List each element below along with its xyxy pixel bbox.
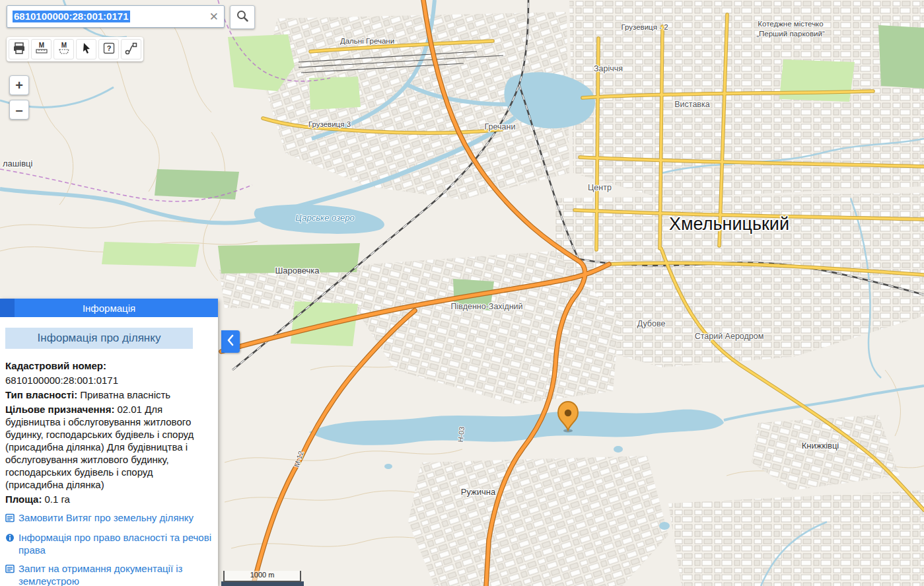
documentation-request-link-label: Запит на отримання документації із земле… [18, 562, 211, 586]
ownership-label: Тип власності: [5, 389, 77, 400]
cadastral-number-label: Кадастровий номер: [5, 359, 211, 372]
map-label-sharovechka: Шаровечка [275, 266, 320, 275]
document-list-icon [5, 564, 15, 586]
printer-icon [12, 41, 26, 57]
area-label: Площа: [5, 494, 42, 505]
map-label-hruzevytsia-2: Грузевиця - 2 [621, 23, 668, 31]
identify-icon: ? [102, 41, 116, 57]
panel-collapse-button[interactable] [221, 330, 240, 353]
zoom-out-button[interactable]: – [9, 100, 29, 120]
map-label-dalni-hrechany: Дальні Гречани [340, 37, 394, 45]
print-button[interactable] [9, 39, 29, 59]
map-label-vystavka: Виставка [674, 100, 709, 109]
map-label-tsentr: Центр [588, 183, 612, 192]
map-label-hrechany: Гречани [485, 122, 516, 131]
scale-bar: 1000 m [223, 571, 301, 582]
ownership-info-link-label: Інформація про право власності та речові… [18, 531, 211, 556]
map-label-cottage-line2: „Перший парковий“ [756, 30, 825, 38]
purpose-label: Цільове призначення: [5, 404, 114, 415]
info-panel: Інформація Інформація про ділянку Кадаст… [0, 299, 218, 586]
magnifier-icon [235, 9, 250, 26]
map-label-zarichia: Заріччя [594, 64, 623, 73]
document-list-icon [5, 513, 15, 525]
ownership-value: Приватна власність [80, 389, 170, 400]
area-value: 0.1 га [44, 494, 70, 505]
identify-tool-button[interactable]: ? [98, 39, 119, 59]
svg-text:M: M [38, 42, 44, 49]
search-input[interactable]: 6810100000:28:001:0171 ✕ [7, 5, 225, 28]
search-value: 6810100000:28:001:0171 [13, 11, 130, 22]
parcel-section-title: Інформація про ділянку [5, 328, 193, 349]
map-label-lashivtsi: лашівці [3, 159, 32, 168]
order-extract-link[interactable]: Замовити Витяг про земельну ділянку [5, 511, 211, 525]
svg-text:?: ? [106, 44, 111, 52]
purpose-value: 02.01 Для будівництва і обслуговування ж… [5, 404, 194, 490]
map-label-hruzevytsia-3: Грузевиця 3 [308, 120, 351, 128]
info-circle-icon [5, 532, 15, 556]
purpose-field: Цільове призначення:02.01 Для будівництв… [5, 403, 211, 491]
map-label-knyzhkivtsi: Книжківці [802, 441, 839, 451]
measure-distance-icon: M [34, 41, 49, 57]
info-panel-body: Інформація про ділянку Кадастровий номер… [0, 317, 218, 586]
svg-text:M: M [61, 42, 66, 49]
cadastral-number-value: 6810100000:28:001:0171 [5, 374, 211, 386]
clear-search-icon[interactable]: ✕ [209, 11, 219, 22]
map-label-tsarske-ozero: Царське озеро [295, 213, 354, 223]
attribution-strip [221, 581, 304, 586]
info-panel-header[interactable]: Інформація [0, 299, 218, 317]
zoom-in-button[interactable]: + [9, 75, 29, 95]
route-icon [124, 41, 139, 57]
map-label-city: Хмельницький [669, 214, 789, 234]
map-label-dubove: Дубове [637, 319, 666, 328]
search-control: 6810100000:28:001:0171 ✕ [7, 5, 255, 29]
measure-area-icon: M [57, 41, 71, 57]
measure-area-button[interactable]: M [53, 39, 74, 59]
map-label-staryi-aerodrom: Старий Аеродром [695, 332, 764, 341]
ownership-info-link[interactable]: Інформація про право власності та речові… [5, 531, 211, 556]
ownership-field: Тип власності:Приватна власність [5, 388, 211, 401]
select-tool-button[interactable] [76, 39, 96, 59]
documentation-request-link[interactable]: Запит на отримання документації із земле… [5, 562, 211, 586]
map-toolbar: M M ? [7, 37, 143, 61]
area-field: Площа:0.1 га [5, 493, 211, 505]
search-button[interactable] [230, 5, 255, 29]
map-label-n03: Н-03 [456, 426, 466, 443]
order-extract-link-label: Замовити Витяг про земельну ділянку [18, 511, 194, 525]
measure-distance-button[interactable]: M [31, 39, 52, 59]
panel-grip[interactable] [0, 299, 15, 317]
cursor-icon [79, 41, 94, 57]
info-panel-title: Інформація [83, 303, 135, 314]
chevron-left-icon [225, 334, 236, 349]
map-label-cottage-line1: Котеджне містечко [758, 20, 823, 28]
route-tool-button[interactable] [121, 39, 141, 59]
map-label-pivdenno-zakhidnyi: Південно-Західний [450, 302, 522, 311]
map-label-ruzhychna: Ружична [461, 487, 496, 497]
